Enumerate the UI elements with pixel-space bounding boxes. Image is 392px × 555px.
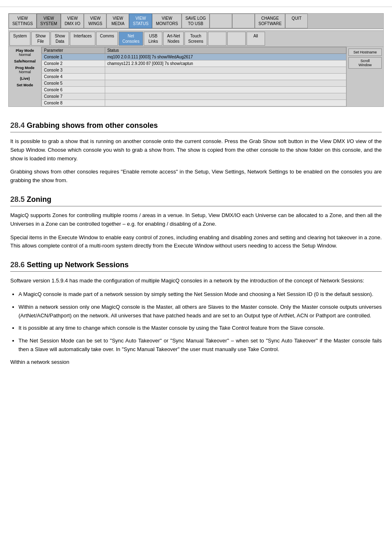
section-number: 28.4 (10, 121, 25, 130)
paragraph: Special items in the Execute Window to e… (10, 234, 382, 251)
section-section-28-5: 28.5 ZoningMagicQ supports Zones for con… (10, 195, 382, 250)
toolbar-btn-view-system[interactable]: VIEW SYSTEM (37, 14, 61, 28)
section-title: 28.6 Setting up Network Sessions (10, 261, 382, 272)
cell-status: chamsys121 2.9.200 87 [0003] 7s show/cap… (105, 60, 346, 67)
bullet-item: A MagicQ console is made part of a netwo… (18, 290, 382, 299)
page-header (0, 0, 392, 7)
sub-btn-show-data[interactable]: Show Data (51, 32, 69, 46)
left-label: Set Mode (10, 83, 39, 87)
sub-btn-spacer2[interactable] (227, 32, 246, 46)
cell-param: Console 8 (42, 100, 105, 106)
cell-status (105, 74, 346, 80)
left-value: Normal (10, 70, 39, 74)
sub-btn-comms[interactable]: Comms (96, 32, 118, 46)
left-label: Prog Mode (10, 66, 39, 70)
col-status: Status (105, 47, 346, 54)
table-row[interactable]: Console 3 (42, 67, 346, 74)
cell-status (105, 93, 346, 100)
bullet-item: The Net Session Mode can be set to "Sync… (18, 337, 382, 354)
sub-btn-usb-links[interactable]: USB Links (144, 32, 162, 46)
section-title: 28.4 Grabbing shows from other consoles (10, 121, 382, 132)
table-row[interactable]: Console 1mq100 2.0.0.111 [0003] 7s show/… (42, 54, 346, 60)
left-item-live: (Live) (10, 76, 39, 81)
table-row[interactable]: Console 2chamsys121 2.9.200 87 [0003] 7s… (42, 60, 346, 67)
section-number: 28.5 (10, 195, 25, 204)
ui-area: VIEW SETTINGSVIEW SYSTEMVIEW DMX I/OVIEW… (8, 13, 384, 107)
toolbar-btn-spacer2[interactable] (232, 14, 255, 28)
sub-btn-touch-screens[interactable]: Touch Screens (184, 32, 207, 46)
cell-param: Console 3 (42, 67, 105, 74)
left-label: Safe/Normal (10, 59, 39, 63)
toolbar-btn-view-settings[interactable]: VIEW SETTINGS (9, 14, 37, 28)
toolbar-btn-view-monitors[interactable]: VIEW MONITORS (152, 14, 182, 28)
right-panel: Set HostnameScroll Window (346, 47, 383, 106)
toolbar-btn-save-log[interactable]: SAVE LOG TO USB (182, 14, 210, 28)
left-panel: Play ModeNormalSafe/NormalProg ModeNorma… (9, 47, 42, 106)
paragraph: MagicQ supports Zones for controlling mu… (10, 211, 382, 229)
section-title: 28.5 Zoning (10, 195, 382, 206)
cell-status (105, 87, 346, 93)
cell-param: Console 5 (42, 80, 105, 87)
right-btn-scroll-window[interactable]: Scroll Window (348, 57, 382, 69)
cell-status: mq100 2.0.0.111 [0003] 7s show/WedAug261… (105, 54, 346, 60)
sub-btn-net-consoles[interactable]: Net Consoles (119, 32, 143, 46)
section-section-28-4: 28.4 Grabbing shows from other consolesI… (10, 121, 382, 185)
paragraph: Grabbing shows from other consoles requi… (10, 168, 382, 185)
section-section-28-6: 28.6 Setting up Network SessionsSoftware… (10, 261, 382, 366)
center-panel: Parameter Status Console 1mq100 2.0.0.11… (42, 47, 346, 106)
toolbar-btn-view-wings[interactable]: VIEW WINGS (84, 14, 106, 28)
left-item-set-mode: Set Mode (10, 83, 39, 87)
sub-toolbar: SystemShow FileShow DataInterfacesCommsN… (9, 31, 383, 47)
table-row[interactable]: Console 8 (42, 100, 346, 106)
col-parameter: Parameter (42, 47, 105, 54)
main-area: Play ModeNormalSafe/NormalProg ModeNorma… (9, 47, 383, 106)
cell-param: Console 4 (42, 74, 105, 80)
toolbar-btn-view-dmxio[interactable]: VIEW DMX I/O (61, 14, 84, 28)
section-number: 28.6 (10, 261, 25, 269)
toolbar-btn-quit[interactable]: QUIT (285, 14, 308, 28)
table-row[interactable]: Console 5 (42, 80, 346, 87)
left-label: Play Mode (10, 49, 39, 53)
toolbar-btn-change-software[interactable]: CHANGE SOFTWARE (255, 14, 285, 28)
toolbar-btn-spacer1[interactable] (210, 14, 232, 28)
sub-btn-all[interactable]: All (247, 32, 265, 46)
bullet-list: A MagicQ console is made part of a netwo… (18, 290, 382, 354)
table-row[interactable]: Console 4 (42, 74, 346, 80)
document-content: 28.4 Grabbing shows from other consolesI… (0, 113, 392, 385)
left-item-safe-normal: Safe/Normal (10, 59, 39, 63)
left-item-prog-mode: Prog ModeNormal (10, 66, 39, 74)
cell-status (105, 80, 346, 87)
paragraph: It is possible to grab a show that is ru… (10, 137, 382, 163)
cell-param: Console 6 (42, 87, 105, 93)
sub-btn-system[interactable]: System (9, 32, 30, 46)
table-row[interactable]: Console 6 (42, 87, 346, 93)
cell-status (105, 100, 346, 106)
sub-btn-show-file[interactable]: Show File (31, 32, 50, 46)
cell-param: Console 2 (42, 60, 105, 67)
intro-paragraph: Software version 1.5.9.4 has made the co… (10, 277, 382, 285)
sub-btn-spacer1[interactable] (208, 32, 226, 46)
left-item-play-mode: Play ModeNormal (10, 49, 39, 57)
main-toolbar: VIEW SETTINGSVIEW SYSTEMVIEW DMX I/OVIEW… (9, 14, 383, 29)
sub-btn-interfaces[interactable]: Interfaces (70, 32, 95, 46)
bullet-item: It is possible at any time to change whi… (18, 324, 382, 333)
cell-status (105, 67, 346, 74)
table-row[interactable]: Console 7 (42, 93, 346, 100)
left-value: Normal (10, 53, 39, 57)
toolbar-btn-view-status[interactable]: VIEW STATUS (129, 14, 152, 28)
right-btn-set-hostname[interactable]: Set Hostname (348, 49, 382, 56)
sub-btn-art-net-nodes[interactable]: Art-Net Nodes (163, 32, 184, 46)
bullet-item: Within a network session only one MagicQ… (18, 303, 382, 320)
footer-paragraph: Within a network session (10, 358, 382, 367)
cell-param: Console 7 (42, 93, 105, 100)
left-label: (Live) (10, 76, 39, 81)
console-table: Parameter Status Console 1mq100 2.0.0.11… (42, 47, 346, 106)
toolbar-btn-view-media[interactable]: VIEW MEDIA (106, 14, 129, 28)
cell-param: Console 1 (42, 54, 105, 60)
